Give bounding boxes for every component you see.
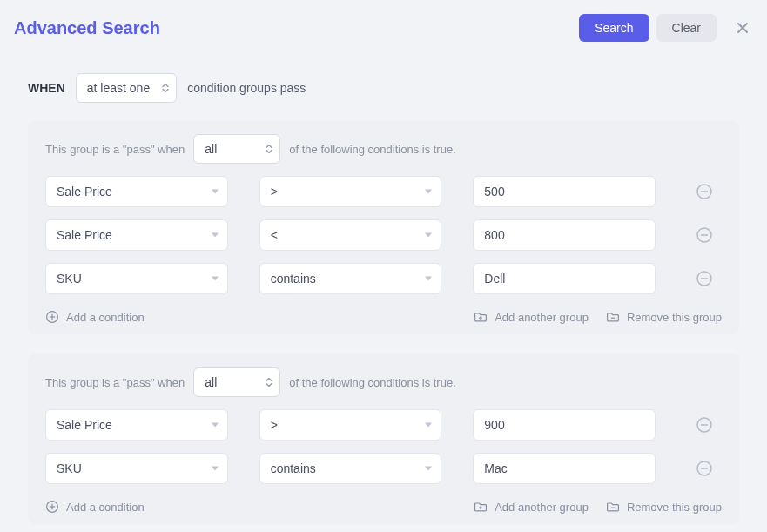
- remove-group-button[interactable]: Remove this group: [606, 500, 722, 514]
- condition-row: Sale Price >: [45, 409, 722, 441]
- group-match-select[interactable]: all: [193, 134, 280, 164]
- close-button[interactable]: [732, 17, 753, 38]
- operator-value: <: [271, 228, 278, 242]
- search-button[interactable]: Search: [579, 14, 649, 42]
- clear-button[interactable]: Clear: [656, 14, 717, 42]
- folder-minus-icon: [606, 500, 620, 514]
- operator-select[interactable]: >: [259, 176, 442, 207]
- folder-plus-icon: [474, 310, 488, 324]
- when-label: WHEN: [28, 81, 65, 95]
- chevron-down-icon: [425, 467, 432, 471]
- field-value: Sale Price: [57, 418, 112, 432]
- value-input[interactable]: [473, 453, 656, 484]
- remove-condition-button[interactable]: [696, 460, 713, 477]
- when-row: WHEN at least one condition groups pass: [28, 56, 739, 120]
- group-suffix: of the following conditions is true.: [289, 143, 456, 156]
- remove-condition-button[interactable]: [696, 226, 713, 244]
- header: Advanced Search Search Clear: [0, 0, 767, 56]
- plus-circle-icon: [45, 310, 59, 324]
- field-select[interactable]: SKU: [45, 453, 228, 484]
- condition-row: SKU contains: [45, 263, 722, 294]
- folder-minus-icon: [606, 310, 620, 324]
- value-input[interactable]: [473, 176, 656, 207]
- chevron-down-icon: [212, 277, 219, 281]
- operator-value: contains: [271, 461, 316, 475]
- content: WHEN at least one condition groups pass …: [0, 56, 767, 532]
- chevron-down-icon: [212, 467, 219, 471]
- group-actions: Add a condition Add another group Remove…: [45, 306, 722, 324]
- group-actions: Add a condition Add another group Remove…: [45, 496, 722, 514]
- operator-select[interactable]: >: [259, 409, 442, 441]
- close-icon: [736, 21, 750, 35]
- operator-value: >: [271, 418, 278, 432]
- remove-condition-button[interactable]: [696, 270, 713, 287]
- add-condition-label: Add a condition: [66, 311, 145, 324]
- remove-condition-button[interactable]: [696, 416, 713, 434]
- chevron-down-icon: [212, 423, 219, 428]
- operator-value: contains: [271, 272, 316, 286]
- operator-value: >: [271, 185, 278, 199]
- page-title: Advanced Search: [14, 18, 572, 38]
- field-value: SKU: [57, 272, 82, 286]
- folder-plus-icon: [474, 500, 488, 514]
- chevron-updown-icon: [266, 378, 272, 387]
- field-value: Sale Price: [57, 228, 112, 242]
- remove-group-button[interactable]: Remove this group: [606, 310, 722, 324]
- when-mode-value: at least one: [87, 81, 150, 95]
- field-select[interactable]: SKU: [45, 263, 228, 294]
- chevron-down-icon: [425, 423, 432, 428]
- operator-select[interactable]: contains: [259, 263, 442, 294]
- group-header: This group is a "pass" when all of the f…: [45, 134, 722, 164]
- group-prefix: This group is a "pass" when: [45, 143, 185, 156]
- condition-group: This group is a "pass" when all of the f…: [28, 354, 739, 524]
- group-prefix: This group is a "pass" when: [45, 376, 185, 389]
- condition-row: Sale Price <: [45, 219, 722, 251]
- field-value: SKU: [57, 461, 82, 475]
- when-mode-select[interactable]: at least one: [76, 73, 177, 103]
- field-select[interactable]: Sale Price: [45, 219, 228, 251]
- add-condition-label: Add a condition: [66, 501, 145, 514]
- chevron-down-icon: [212, 190, 219, 194]
- field-value: Sale Price: [57, 185, 112, 199]
- chevron-down-icon: [425, 190, 432, 194]
- remove-group-label: Remove this group: [627, 311, 722, 324]
- remove-group-label: Remove this group: [627, 501, 722, 514]
- group-match-value: all: [205, 375, 217, 389]
- operator-select[interactable]: contains: [259, 453, 442, 484]
- when-suffix: condition groups pass: [187, 81, 306, 95]
- chevron-down-icon: [425, 277, 432, 281]
- add-condition-button[interactable]: Add a condition: [45, 500, 145, 514]
- add-group-button[interactable]: Add another group: [474, 500, 589, 514]
- chevron-down-icon: [212, 233, 219, 238]
- operator-select[interactable]: <: [259, 219, 442, 251]
- group-match-value: all: [205, 142, 217, 156]
- chevron-updown-icon: [162, 84, 169, 93]
- value-input[interactable]: [473, 409, 656, 441]
- condition-group: This group is a "pass" when all of the f…: [28, 120, 739, 334]
- add-group-label: Add another group: [495, 311, 589, 324]
- value-input[interactable]: [473, 263, 656, 294]
- add-condition-button[interactable]: Add a condition: [45, 310, 145, 324]
- group-header: This group is a "pass" when all of the f…: [45, 367, 722, 397]
- chevron-down-icon: [425, 233, 432, 238]
- condition-row: SKU contains: [45, 453, 722, 484]
- value-input[interactable]: [473, 219, 656, 251]
- plus-circle-icon: [45, 500, 59, 514]
- add-group-button[interactable]: Add another group: [474, 310, 589, 324]
- field-select[interactable]: Sale Price: [45, 409, 228, 441]
- field-select[interactable]: Sale Price: [45, 176, 228, 207]
- group-suffix: of the following conditions is true.: [289, 376, 456, 389]
- chevron-updown-icon: [266, 145, 272, 154]
- condition-row: Sale Price >: [45, 176, 722, 207]
- remove-condition-button[interactable]: [696, 183, 713, 200]
- add-group-label: Add another group: [495, 501, 589, 514]
- group-match-select[interactable]: all: [193, 367, 280, 397]
